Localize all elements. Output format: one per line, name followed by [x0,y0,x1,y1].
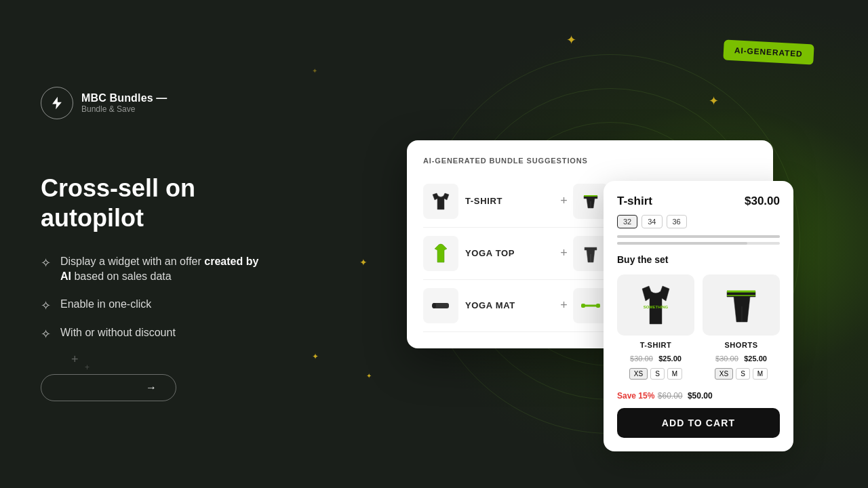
slider-track-1 [617,235,780,238]
main-title: Cross-sell on autopilot [41,174,271,232]
save-prices: $60.00 $50.00 [658,391,713,401]
total-new-price: $50.00 [688,391,713,401]
svg-rect-5 [596,304,600,308]
tshirt-old-price: $30.00 [630,354,653,363]
popup-title: T-shirt [617,195,652,208]
yogatop-svg [429,242,452,265]
ai-generated-badge: AI-GENERATED [724,40,814,65]
svg-point-2 [432,303,436,308]
plus-3: + [560,298,568,312]
tshirt-size-m[interactable]: M [667,368,682,380]
product-img-tshirt: SOMETHING [617,274,694,336]
shorts-size-xs[interactable]: XS [715,368,733,380]
features-list: ✧ Display a widget with an offer created… [41,254,271,342]
plus-2: + [560,246,568,260]
bundle-product-2a: YOGA TOP [423,236,555,271]
slider-fill-2 [617,242,747,245]
size-btn-36[interactable]: 36 [667,215,687,228]
popup-header: T-shirt $30.00 [617,195,780,208]
yogamat-image [423,288,458,323]
buy-set-label: Buy the set [617,254,780,265]
tshirt-product-svg: SOMETHING [632,278,679,332]
shorts-size-s[interactable]: S [736,368,750,380]
right-panel: AI-GENERATED BUNDLE SUGGESTIONS T-SHIRT … [312,140,868,348]
tshirt-size-xs[interactable]: XS [629,368,648,380]
tshirt-image-1 [423,184,458,219]
svg-text:SOMETHING: SOMETHING [644,305,669,309]
product-img-shorts [703,274,780,336]
shorts-new-price: $25.00 [744,354,767,363]
bundle-name-3a: YOGA MAT [465,300,515,310]
shorts-size-m[interactable]: M [753,368,768,380]
yogamat-svg [429,293,453,318]
bundle-product-3a: YOGA MAT [423,288,555,323]
slider-fill-1 [617,235,780,238]
feature-item-2: ✧ Enable in one-click [41,297,271,313]
sparkle-2: ✦ [709,95,719,107]
products-row: SOMETHING T-SHIRT $30.00 $25.00 XS S M [617,274,780,380]
feature-item-3: ✧ With or without discount [41,325,271,342]
sparkle-5: ✦ [312,352,319,361]
total-old-price: $60.00 [658,391,683,401]
shorts-image-1 [573,184,608,219]
left-panel: MBC Bundles — Bundle & Save Cross-sell o… [0,87,312,401]
feature-text-1: Display a widget with an offer created b… [60,254,271,285]
sparkle-icon-2: ✧ [41,298,51,313]
feature-item-1: ✧ Display a widget with an offer created… [41,254,271,285]
feature-text-2: Enable in one-click [60,297,151,312]
svg-rect-4 [584,304,597,306]
card-header: AI-GENERATED BUNDLE SUGGESTIONS [423,157,757,165]
add-to-cart-button[interactable]: ADD TO CART [617,408,780,438]
slider-track-2 [617,242,780,245]
size-btn-34[interactable]: 34 [642,215,662,228]
shorts-product-svg [717,278,765,332]
yogapants-image [573,236,608,271]
logo-row: MBC Bundles — Bundle & Save [41,87,271,119]
logo-icon [41,87,73,119]
yogatop-image [423,236,458,271]
product-name-shorts: SHORTS [703,341,780,349]
save-label: Save 15% [617,391,654,401]
size-options: 32 34 36 [617,215,780,228]
logo-text-block: MBC Bundles — Bundle & Save [81,92,167,114]
sparkle-8: ✦ [366,373,372,380]
plus-1: + [560,194,568,208]
feature-text-3: With or without discount [60,325,176,340]
slider-container [617,235,780,245]
tshirt-svg [429,189,453,214]
shorts-sizes: XS S M [703,368,780,380]
product-prices-shorts: $30.00 $25.00 [703,352,780,364]
dumbbell-svg [578,293,603,318]
product-card-tshirt: SOMETHING T-SHIRT $30.00 $25.00 XS S M [617,274,694,380]
logo-subtitle: Bundle & Save [81,104,167,114]
sparkle-7: ✦ [312,68,317,75]
popup-price: $30.00 [745,195,780,208]
tshirt-size-s[interactable]: S [650,368,665,380]
sparkle-icon-3: ✧ [41,327,51,342]
logo-title: MBC Bundles — [81,92,167,104]
dumbbells-image [573,288,608,323]
main-card: AI-GENERATED BUNDLE SUGGESTIONS T-SHIRT … [407,140,773,348]
arrow-icon: → [146,382,157,394]
sparkle-icon-1: ✧ [41,256,51,270]
product-card-shorts: SHORTS $30.00 $25.00 XS S M [703,274,780,380]
tshirt-new-price: $25.00 [658,354,682,363]
bundle-product-1a: T-SHIRT [423,184,555,219]
size-btn-32[interactable]: 32 [617,215,637,228]
logo-svg [50,96,64,110]
shorts-svg [578,189,603,214]
save-row: Save 15% $60.00 $50.00 [617,389,780,401]
yogapants-svg [579,242,602,265]
bundle-name-2a: YOGA TOP [465,248,515,258]
popup-card: T-shirt $30.00 32 34 36 Buy the set [604,181,793,451]
product-name-tshirt: T-SHIRT [617,341,694,349]
cta-button[interactable]: → [41,374,176,401]
product-prices-tshirt: $30.00 $25.00 [617,352,694,364]
sparkle-1: ✦ [566,34,576,46]
shorts-old-price: $30.00 [715,354,738,363]
bundle-name-1a: T-SHIRT [465,196,502,206]
tshirt-sizes: XS S M [617,368,694,380]
